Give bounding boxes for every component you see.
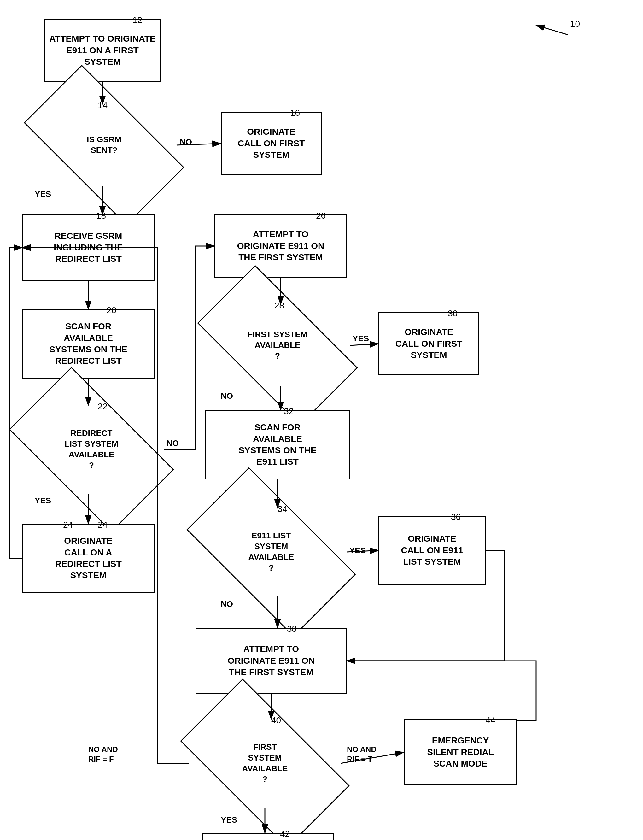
ref-36: 36 [451, 512, 461, 522]
ref-34: 34 [277, 504, 287, 514]
box-42: ORIGINATE CALLON FIRST SYSTEM [202, 833, 334, 840]
ref-10: 10 [570, 19, 580, 29]
ref-20: 20 [106, 306, 116, 315]
box-24: ORIGINATECALL ON AREDIRECT LISTSYSTEM [22, 524, 155, 593]
box-30: ORIGINATECALL ON FIRSTSYSTEM [379, 312, 479, 375]
ref-40: 40 [271, 716, 281, 726]
diamond-22: REDIRECTLIST SYSTEMAVAILABLE? [19, 405, 164, 494]
ref-14: 14 [98, 100, 108, 110]
label-no-28: NO [221, 391, 233, 401]
ref-42: 42 [280, 829, 290, 839]
diamond-14: IS GSRMSENT? [31, 104, 176, 186]
box-18: RECEIVE GSRMINCLUDING THEREDIRECT LIST [22, 214, 155, 281]
box-16: ORIGINATECALL ON FIRSTSYSTEM [221, 112, 322, 175]
diamond-40: FIRSTSYSTEMAVAILABLE? [189, 719, 341, 807]
label-yes-40: YES [221, 815, 237, 825]
ref-24: 24 [98, 520, 108, 530]
box-44: EMERGENCYSILENT REDIALSCAN MODE [404, 719, 517, 785]
label-yes-22: YES [35, 496, 51, 506]
svg-line-16 [536, 25, 568, 35]
ref-30: 30 [448, 309, 458, 319]
label-yes-28: YES [353, 334, 369, 343]
box-26: ATTEMPT TOORIGINATE E911 ONTHE FIRST SYS… [214, 214, 347, 278]
label-no-22: NO [166, 438, 179, 448]
label-no-rif-t-40: NO ANDRIF = T [347, 744, 377, 764]
ref-44: 44 [486, 716, 495, 726]
diamond-28: FIRST SYSTEMAVAILABLE? [205, 304, 350, 386]
ref-32: 32 [284, 406, 294, 417]
ref-26: 26 [316, 211, 326, 221]
box-36: ORIGINATECALL ON E911LIST SYSTEM [379, 516, 486, 585]
ref-16: 16 [290, 108, 300, 118]
label-no-34: NO [221, 599, 233, 609]
ref-28: 28 [274, 301, 284, 311]
box-38: ATTEMPT TOORIGINATE E911 ONTHE FIRST SYS… [196, 628, 347, 694]
box-32: SCAN FORAVAILABLESYSTEMS ON THEE911 LIST [205, 410, 350, 479]
ref-18: 18 [96, 211, 106, 221]
ref-24-label: 24 [63, 520, 73, 530]
box-12: ATTEMPT TO ORIGINATE E911 ON A FIRST SYS… [44, 19, 161, 82]
ref-22: 22 [98, 402, 108, 412]
label-no-14: NO [180, 137, 192, 147]
flowchart-diagram: 10 ATTEMPT TO ORIGINATE E911 ON A FIRST … [0, 0, 643, 840]
ref-38: 38 [287, 624, 297, 634]
svg-line-8 [350, 344, 379, 345]
label-yes-14: YES [35, 189, 51, 199]
diamond-34: E911 LISTSYSTEMAVAILABLE? [196, 508, 347, 596]
box-20: SCAN FORAVAILABLESYSTEMS ON THEREDIRECT … [22, 309, 155, 379]
label-yes-34: YES [349, 546, 366, 556]
ref-12: 12 [132, 15, 142, 25]
label-no-rif-f-40: NO ANDRIF = F [88, 744, 118, 764]
